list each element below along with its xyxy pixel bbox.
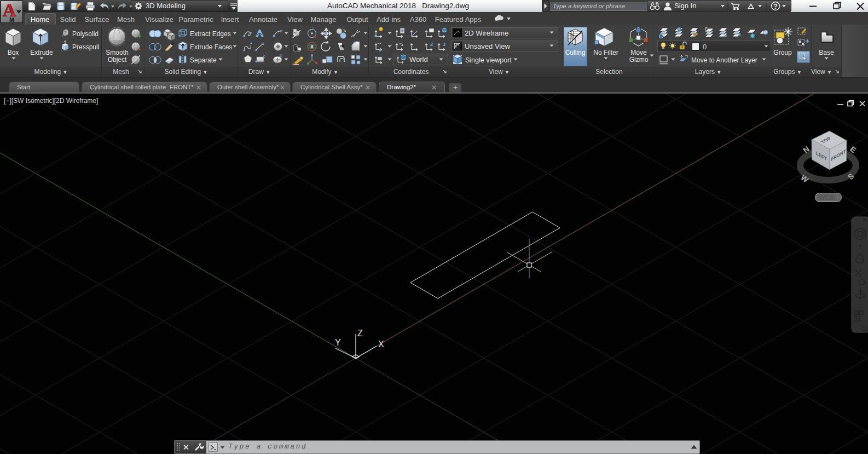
svg-text:?: ? — [773, 3, 777, 10]
svg-text:Z: Z — [357, 329, 363, 338]
svg-text:M: M — [9, 16, 14, 23]
svg-text:X: X — [378, 340, 384, 349]
svg-text:Z: Z — [430, 42, 433, 47]
svg-text:Y: Y — [335, 338, 341, 347]
svg-text:WCS: WCS — [819, 194, 834, 202]
svg-text:x: x — [379, 48, 381, 53]
svg-text:3: 3 — [443, 42, 445, 47]
